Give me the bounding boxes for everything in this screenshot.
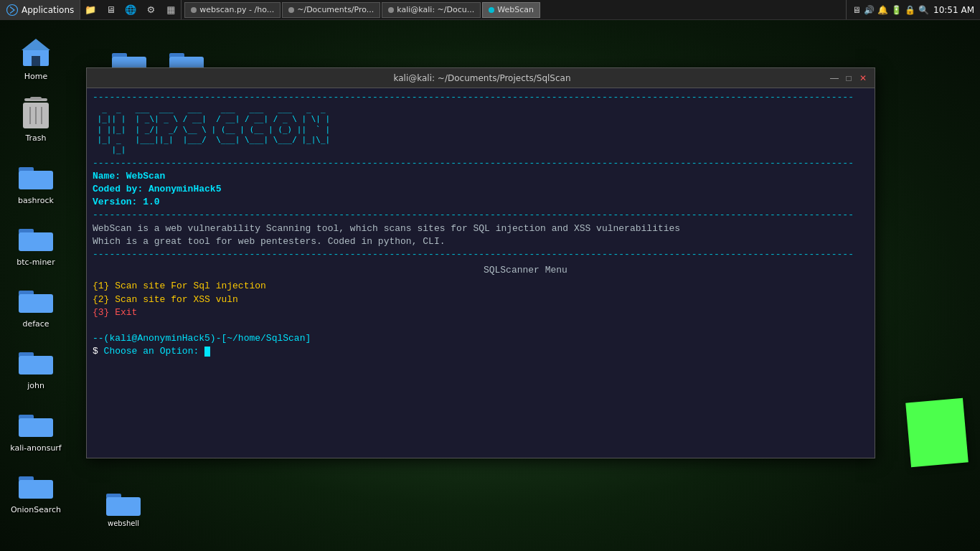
kalianonsurf-label: kali-anonsurf [10, 443, 62, 453]
desktop-icon-trash[interactable]: Trash [4, 90, 68, 149]
sticky-note [905, 398, 969, 468]
taskbar-window-3[interactable]: WebScan [482, 2, 540, 18]
taskbar-window-label-3: WebScan [497, 5, 534, 14]
terminal-name-value: WebScan [126, 171, 166, 182]
terminal-version-label: Version: [93, 197, 143, 207]
onionsearch-label: OnionSearch [11, 505, 61, 515]
btcminer-label: btc-miner [17, 258, 55, 268]
kali-logo-icon [6, 4, 19, 17]
svg-rect-19 [19, 418, 53, 437]
terminal-menu-item-0: {1} Scan site For Sql injection [93, 280, 869, 293]
home-icon-img [19, 34, 53, 69]
terminal-minimize-btn[interactable]: — [829, 72, 840, 84]
desktop-icon-john[interactable]: john [4, 338, 68, 397]
terminal-close-btn[interactable]: ✕ [857, 72, 869, 84]
bashrock-folder-icon [19, 161, 53, 190]
onionsearch-folder-img [19, 468, 53, 502]
john-label: john [27, 381, 44, 391]
terminal-icon[interactable]: 🖥 [100, 0, 121, 20]
terminal-maximize-btn[interactable]: □ [843, 72, 854, 84]
terminal-coded-label: Coded by: [93, 184, 149, 194]
window-list: webscan.py - /ho... ~/Documents/Pro... k… [182, 0, 846, 19]
svg-rect-11 [19, 171, 53, 189]
terminal-titlebar: kali@kali: ~/Documents/Projects/SqlScan … [87, 68, 875, 88]
window-dot-1 [288, 7, 294, 13]
terminal-divider-3: ----------------------------------------… [93, 209, 869, 222]
window-dot-3 [489, 7, 494, 13]
svg-rect-3 [32, 56, 40, 66]
terminal-ascii-art: _ _ ___ ___ ___ ___ ___ ___ _ _ |_|| | |… [93, 104, 869, 155]
workspace-switcher[interactable]: ▦ [161, 0, 181, 20]
desktop-icon-onionsearch[interactable]: OnionSearch [4, 462, 68, 521]
terminal-info-block: Name: WebScan Coded by: AnonyminHack5 Ve… [93, 170, 869, 209]
browser-icon[interactable]: 🌐 [121, 0, 141, 20]
trash-icon [22, 97, 50, 130]
applications-menu[interactable]: Applications [0, 0, 80, 19]
desktop-icon-bashrock[interactable]: bashrock [4, 153, 68, 212]
terminal-window-sqlscan: kali@kali: ~/Documents/Projects/SqlScan … [86, 67, 875, 458]
terminal-divider-top: ----------------------------------------… [93, 91, 869, 104]
terminal-controls: — □ ✕ [829, 72, 869, 84]
terminal-desc-2: Which is a great tool for web pentesters… [93, 236, 445, 247]
desktop-icon-webshell[interactable]: webshell [91, 488, 156, 527]
terminal-menu-title: SQLScanner Menu [93, 264, 869, 277]
btcminer-folder-img [19, 220, 53, 255]
terminal-menu-item-1: {2} Scan site for XSS vuln [93, 293, 869, 306]
terminal-desc-1: WebScan is a web vulnerability Scanning … [93, 223, 680, 234]
terminal-menu-items: {1} Scan site For Sql injection {2} Scan… [93, 280, 869, 319]
deface-label: deface [22, 319, 49, 329]
john-folder-icon [19, 347, 53, 375]
terminal-description: WebScan is a web vulnerability Scanning … [93, 222, 869, 248]
taskbar-window-1[interactable]: ~/Documents/Pro... [282, 2, 380, 18]
window-dot-0 [191, 7, 197, 13]
desktop-icon-btcminer[interactable]: btc-miner [4, 215, 68, 273]
kalianonsurf-folder-icon [19, 409, 53, 438]
taskbar-right-area: 🖥 🔊 🔔 🔋 🔒 🔍 10:51 AM [846, 0, 980, 19]
taskbar-window-2[interactable]: kali@kali: ~/Docu... [382, 2, 481, 18]
terminal-menu-item-2: {3} Exit [93, 306, 869, 319]
svg-rect-17 [19, 356, 53, 375]
terminal-prompt-text: Choose an Option: [98, 346, 204, 357]
taskbar-window-label-0: webscan.py - /ho... [199, 5, 274, 14]
terminal-prompt-dollar: $ [93, 346, 98, 357]
terminal-coded-value: AnonyminHack5 [149, 184, 221, 194]
svg-marker-2 [22, 39, 50, 50]
volume-icon[interactable]: 🔊 [864, 5, 875, 15]
terminal-version-value: 1.0 [143, 197, 159, 207]
deface-folder-img [19, 282, 53, 316]
window-dot-2 [388, 7, 394, 13]
search-icon[interactable]: 🔍 [918, 5, 929, 15]
svg-rect-21 [19, 480, 53, 499]
svg-rect-27 [106, 497, 141, 516]
desktop-icon-deface[interactable]: deface [4, 276, 68, 335]
home-icon [20, 36, 52, 67]
desktop-icon-home[interactable]: Home [4, 29, 68, 88]
terminal-prompt-line: --(kali@AnonyminHack5)-[~/home/SqlScan] … [93, 332, 869, 358]
svg-rect-15 [19, 294, 53, 313]
terminal-divider-4: ----------------------------------------… [93, 248, 869, 261]
terminal-body[interactable]: ----------------------------------------… [87, 88, 875, 458]
clock: 10:51 AM [933, 5, 974, 15]
onionsearch-folder-icon [19, 471, 53, 499]
svg-rect-5 [30, 97, 42, 100]
filemgr-icon[interactable]: 📁 [80, 0, 100, 20]
home-icon-label: Home [24, 72, 47, 82]
btcminer-folder-icon [19, 223, 53, 252]
svg-point-0 [7, 4, 18, 15]
lock-icon[interactable]: 🔒 [905, 5, 915, 15]
john-folder-img [19, 344, 53, 378]
monitor-icon[interactable]: 🖥 [852, 5, 861, 15]
desktop-icon-kalianonsurf[interactable]: kali-anonsurf [4, 400, 68, 459]
terminal-cursor [204, 347, 210, 357]
settings-icon[interactable]: ⚙ [141, 0, 161, 20]
taskbar-top: Applications 📁 🖥 🌐 ⚙ ▦ webscan.py - /ho.… [0, 0, 980, 20]
deface-folder-icon [19, 285, 53, 314]
terminal-menu-title-text: SQLScanner Menu [484, 265, 567, 276]
taskbar-window-0[interactable]: webscan.py - /ho... [184, 2, 281, 18]
webshell-label: webshell [108, 519, 139, 527]
applications-label: Applications [22, 5, 74, 15]
notification-icon[interactable]: 🔔 [877, 5, 888, 15]
battery-icon[interactable]: 🔋 [891, 5, 902, 15]
status-icons: 🖥 🔊 🔔 🔋 🔒 🔍 [852, 5, 929, 15]
bashrock-label: bashrock [18, 196, 54, 206]
